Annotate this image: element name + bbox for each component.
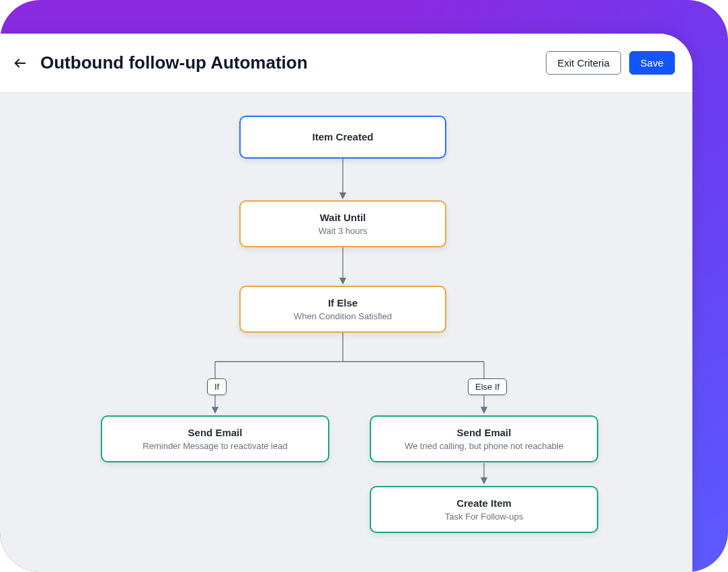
exit-criteria-button[interactable]: Exit Criteria xyxy=(546,51,621,75)
node-title: If Else xyxy=(328,296,358,310)
app-window: Outbound follow-up Automation Exit Crite… xyxy=(0,34,692,572)
node-if-else[interactable]: If Else When Condition Satisfied xyxy=(239,286,446,333)
node-title: Send Email xyxy=(188,426,243,440)
save-button[interactable]: Save xyxy=(629,51,675,75)
node-subtitle: We tried calling, but phone not reachabl… xyxy=(405,441,563,452)
node-send-email-if[interactable]: Send Email Reminder Message to reactivat… xyxy=(101,415,329,462)
node-item-created[interactable]: Item Created xyxy=(239,116,446,159)
branch-label-elseif: Else If xyxy=(468,378,507,395)
flow-canvas[interactable]: Item Created Wait Until Wait 3 hours If … xyxy=(0,93,692,572)
node-wait-until[interactable]: Wait Until Wait 3 hours xyxy=(239,200,446,247)
topbar: Outbound follow-up Automation Exit Crite… xyxy=(0,34,692,93)
node-subtitle: When Condition Satisfied xyxy=(294,311,392,323)
topbar-left: Outbound follow-up Automation xyxy=(11,52,308,73)
node-title: Item Created xyxy=(313,130,374,144)
node-subtitle: Wait 3 hours xyxy=(319,226,368,237)
node-subtitle: Reminder Message to reactivate lead xyxy=(143,441,287,452)
node-send-email-elseif[interactable]: Send Email We tried calling, but phone n… xyxy=(370,415,598,462)
node-title: Wait Until xyxy=(320,211,366,224)
app-background: Outbound follow-up Automation Exit Crite… xyxy=(0,0,728,572)
back-button[interactable] xyxy=(11,54,30,73)
node-title: Send Email xyxy=(457,426,512,440)
branch-label-if: If xyxy=(207,378,227,395)
topbar-right: Exit Criteria Save xyxy=(546,51,675,75)
node-title: Create Item xyxy=(456,497,512,510)
page-title: Outbound follow-up Automation xyxy=(40,52,308,73)
arrow-left-icon xyxy=(13,56,28,71)
node-create-item[interactable]: Create Item Task For Follow-ups xyxy=(370,486,598,533)
node-subtitle: Task For Follow-ups xyxy=(445,512,523,523)
